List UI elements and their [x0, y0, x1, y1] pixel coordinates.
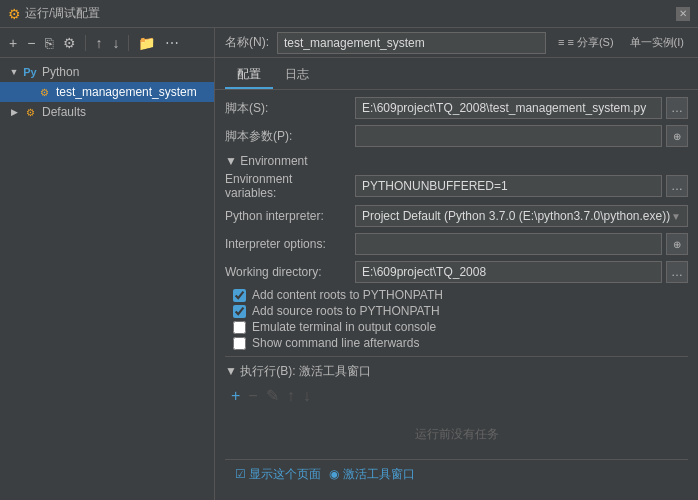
defaults-icon: ⚙ [22, 104, 38, 120]
checkbox-show-cmdline-label: Show command line afterwards [252, 336, 419, 350]
dialog-icon: ⚙ [8, 6, 21, 22]
env-vars-input[interactable] [355, 175, 662, 197]
python-group-arrow: ▼ [8, 66, 20, 78]
params-input[interactable] [355, 125, 662, 147]
config-item-icon: ⚙ [36, 84, 52, 100]
interpreter-value: Project Default (Python 3.7.0 (E:\python… [362, 209, 670, 223]
exec-up-button[interactable]: ↑ [285, 387, 297, 405]
tree-config-item[interactable]: ⚙ test_management_system [0, 82, 214, 102]
script-input[interactable] [355, 97, 662, 119]
checkbox-row-1: Add source roots to PYTHONPATH [225, 304, 688, 318]
checkbox-row-0: Add content roots to PYTHONPATH [225, 288, 688, 302]
environment-section-header: ▼ Environment [225, 154, 688, 168]
interp-options-input[interactable] [355, 233, 662, 255]
env-vars-label: Environment variables: [225, 172, 355, 200]
title-bar: ⚙ 运行/调试配置 ✕ [0, 0, 698, 28]
params-input-group: ⊕ [355, 125, 688, 147]
title-bar-left: ⚙ 运行/调试配置 [8, 5, 100, 22]
exec-section-label: ▼ 执行行(B): 激活工具窗口 [225, 363, 371, 380]
interp-options-row: Interpreter options: ⊕ [225, 232, 688, 256]
params-label: 脚本参数(P): [225, 128, 355, 145]
checkbox-row-2: Emulate terminal in output console [225, 320, 688, 334]
checkbox-source-roots[interactable] [233, 305, 246, 318]
checkbox-emulate-terminal[interactable] [233, 321, 246, 334]
no-task-label: 运行前没有任务 [415, 426, 499, 443]
python-group-icon: Py [22, 64, 38, 80]
config-tree: ▼ Py Python ⚙ test_management_system ▶ ⚙… [0, 58, 214, 500]
checkbox-source-roots-label: Add source roots to PYTHONPATH [252, 304, 440, 318]
script-label: 脚本(S): [225, 100, 355, 117]
toolbar-separator [85, 35, 86, 51]
copy-config-button[interactable]: ⎘ [42, 34, 56, 52]
interpreter-dropdown[interactable]: Project Default (Python 3.7.0 (E:\python… [355, 205, 688, 227]
tab-config[interactable]: 配置 [225, 62, 273, 89]
tabs-row: 配置 日志 [215, 58, 698, 90]
folder-config-button[interactable]: 📁 [135, 34, 158, 52]
env-vars-button[interactable]: … [666, 175, 688, 197]
share-button[interactable]: ≡ 分享(S) [554, 33, 618, 52]
form-area: 脚本(S): … 脚本参数(P): ⊕ ▼ Environment E [215, 90, 698, 500]
exec-edit-button[interactable]: ✎ [264, 386, 281, 405]
toolbar-separator2 [128, 35, 129, 51]
dialog-title: 运行/调试配置 [25, 5, 100, 22]
add-config-button[interactable]: + [6, 34, 20, 52]
working-dir-label: Working directory: [225, 265, 355, 279]
config-item-label: test_management_system [56, 85, 197, 99]
interpreter-dropdown-arrow: ▼ [671, 211, 681, 222]
bottom-area: ☑ 显示这个页面 ◉ 激活工具窗口 [225, 459, 688, 489]
script-input-group: … [355, 97, 688, 119]
env-vars-row: Environment variables: … [225, 172, 688, 200]
down-config-button[interactable]: ↓ [109, 34, 122, 52]
environment-section-label: ▼ Environment [225, 154, 308, 168]
params-row: 脚本参数(P): ⊕ [225, 124, 688, 148]
remove-config-button[interactable]: − [24, 34, 38, 52]
working-dir-button[interactable]: … [666, 261, 688, 283]
exec-section: ▼ 执行行(B): 激活工具窗口 + − ✎ ↑ ↓ 运行前没有任务 [225, 356, 688, 459]
checkbox-show-cmdline[interactable] [233, 337, 246, 350]
defaults-label: Defaults [42, 105, 86, 119]
up-config-button[interactable]: ↑ [92, 34, 105, 52]
interp-options-input-group: ⊕ [355, 233, 688, 255]
no-task-area: 运行前没有任务 [225, 409, 688, 459]
checkbox-row-3: Show command line afterwards [225, 336, 688, 350]
config-name-row: 名称(N): ≡ 分享(S) 单一实例(I) [215, 28, 698, 58]
activate-button[interactable]: ◉ 激活工具窗口 [329, 466, 414, 483]
exec-add-button[interactable]: + [229, 387, 242, 405]
env-vars-input-group: … [355, 175, 688, 197]
working-dir-input-group: … [355, 261, 688, 283]
name-field-label: 名称(N): [225, 34, 269, 51]
checkbox-content-roots[interactable] [233, 289, 246, 302]
params-expand-button[interactable]: ⊕ [666, 125, 688, 147]
tab-log[interactable]: 日志 [273, 62, 321, 89]
interpreter-label: Python interpreter: [225, 209, 355, 223]
exec-section-header: ▼ 执行行(B): 激活工具窗口 [225, 363, 688, 380]
main-container: + − ⎘ ⚙ ↑ ↓ 📁 ⋯ ▼ Py Python ⚙ test_manag… [0, 28, 698, 500]
tree-defaults-group[interactable]: ▶ ⚙ Defaults [0, 102, 214, 122]
exec-remove-button[interactable]: − [246, 387, 259, 405]
show-page-button[interactable]: ☑ 显示这个页面 [235, 466, 321, 483]
close-window-button[interactable]: ✕ [676, 7, 690, 21]
right-panel: 名称(N): ≡ 分享(S) 单一实例(I) 配置 日志 脚本(S): … 脚本… [215, 28, 698, 500]
script-browse-button[interactable]: … [666, 97, 688, 119]
checkbox-emulate-terminal-label: Emulate terminal in output console [252, 320, 436, 334]
tree-python-group[interactable]: ▼ Py Python [0, 62, 214, 82]
left-toolbar: + − ⎘ ⚙ ↑ ↓ 📁 ⋯ [0, 28, 214, 58]
interpreter-row: Python interpreter: Project Default (Pyt… [225, 204, 688, 228]
left-panel: + − ⎘ ⚙ ↑ ↓ 📁 ⋯ ▼ Py Python ⚙ test_manag… [0, 28, 215, 500]
interp-options-button[interactable]: ⊕ [666, 233, 688, 255]
title-bar-controls: ✕ [676, 7, 690, 21]
settings-config-button[interactable]: ⚙ [60, 34, 79, 52]
exec-toolbar: + − ✎ ↑ ↓ [225, 386, 688, 405]
interp-options-label: Interpreter options: [225, 237, 355, 251]
defaults-arrow: ▶ [8, 106, 20, 118]
other-config-button[interactable]: ⋯ [162, 34, 182, 52]
exec-down-button[interactable]: ↓ [301, 387, 313, 405]
checkbox-content-roots-label: Add content roots to PYTHONPATH [252, 288, 443, 302]
single-instance-button[interactable]: 单一实例(I) [626, 33, 688, 52]
working-dir-row: Working directory: … [225, 260, 688, 284]
script-row: 脚本(S): … [225, 96, 688, 120]
name-input[interactable] [277, 32, 546, 54]
python-group-label: Python [42, 65, 79, 79]
working-dir-input[interactable] [355, 261, 662, 283]
